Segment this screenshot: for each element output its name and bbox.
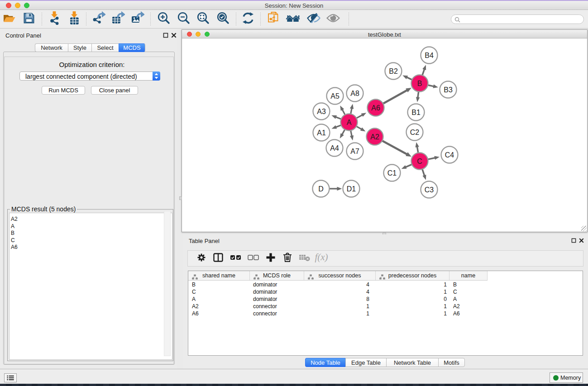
svg-text:B2: B2 [389,67,398,75]
svg-text:C4: C4 [445,151,454,159]
svg-text:C3: C3 [425,186,434,194]
svg-text:A2: A2 [370,133,379,141]
svg-text:A6: A6 [371,104,380,112]
svg-text:B1: B1 [411,109,421,116]
svg-text:A8: A8 [350,90,359,97]
svg-text:B: B [417,80,422,87]
svg-text:A3: A3 [317,108,326,115]
svg-text:D: D [318,185,324,193]
svg-text:A: A [347,119,352,126]
svg-text:D1: D1 [347,185,356,193]
svg-text:C2: C2 [410,129,420,136]
svg-text:A7: A7 [350,148,359,155]
svg-text:C1: C1 [387,169,397,177]
svg-text:B4: B4 [425,52,434,59]
svg-text:C: C [417,157,422,165]
svg-text:A1: A1 [317,129,326,137]
svg-text:A4: A4 [330,144,339,152]
svg-text:B3: B3 [444,86,453,94]
svg-text:A5: A5 [330,92,339,100]
